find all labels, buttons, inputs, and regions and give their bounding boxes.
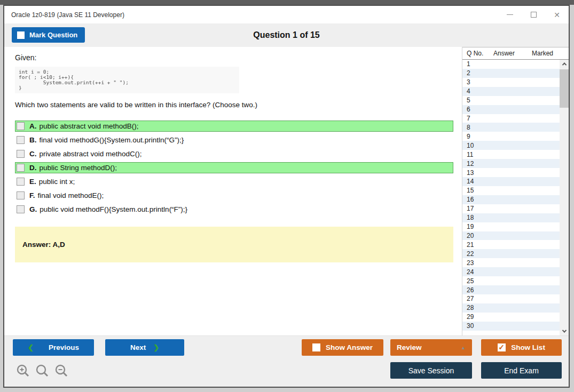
question-list-row-5[interactable]: 5 — [462, 96, 560, 105]
show-answer-button[interactable]: Show Answer — [302, 339, 383, 356]
question-list-row-10[interactable]: 10 — [462, 141, 560, 150]
option-row-f[interactable]: F.final void methodE(); — [15, 190, 453, 201]
qrow-number: 7 — [467, 115, 470, 122]
qrow-number: 21 — [467, 241, 474, 249]
option-checkbox[interactable] — [17, 205, 25, 213]
previous-button[interactable]: ❮ Previous — [13, 339, 94, 356]
mark-question-button[interactable]: Mark Question — [12, 27, 85, 43]
chevron-up-icon: ▲ — [461, 345, 466, 350]
question-list-row-2[interactable]: 2 — [462, 69, 560, 78]
question-list-row-6[interactable]: 6 — [462, 105, 560, 114]
question-list-row-19[interactable]: 19 — [462, 222, 560, 231]
question-list-row-14[interactable]: 14 — [462, 177, 560, 186]
question-list-row-25[interactable]: 25 — [462, 276, 560, 285]
previous-chevron-icon: ❮ — [28, 343, 34, 351]
option-checkbox[interactable] — [17, 164, 25, 172]
zoom-in-icon[interactable] — [16, 364, 30, 378]
question-list-row-11[interactable]: 11 — [462, 150, 560, 159]
qrow-number: 15 — [467, 187, 474, 194]
qrow-number: 19 — [467, 223, 474, 230]
question-list-row-7[interactable]: 7 — [462, 114, 560, 123]
show-answer-checkbox[interactable] — [312, 343, 320, 351]
option-row-a[interactable]: A.public abstract void methodB(); — [15, 121, 453, 132]
maximize-icon[interactable] — [522, 6, 545, 23]
save-session-button[interactable]: Save Session — [390, 362, 472, 379]
option-row-g[interactable]: G.public void methodF(){System.out.print… — [15, 204, 453, 215]
qrow-number: 6 — [467, 106, 470, 113]
option-checkbox[interactable] — [17, 178, 25, 186]
scrollbar-thumb[interactable] — [560, 69, 569, 108]
zoom-reset-icon[interactable] — [35, 364, 49, 378]
qrow-number: 10 — [467, 142, 474, 149]
question-list-row-29[interactable]: 29 — [462, 313, 560, 322]
question-list-row-21[interactable]: 21 — [462, 240, 560, 249]
question-prompt: Which two statements are valid to be wri… — [15, 101, 453, 109]
question-list-header: Q No. Answer Marked — [462, 47, 569, 60]
show-list-label: Show List — [511, 343, 545, 351]
qrow-number: 4 — [467, 87, 470, 95]
question-list-scrollbar[interactable] — [560, 60, 569, 335]
show-list-button[interactable]: Show List — [481, 339, 562, 356]
window-title: Oracle 1z0-819 (Java SE 11 Developer) — [11, 11, 124, 19]
question-list-row-9[interactable]: 9 — [462, 132, 560, 141]
option-checkbox[interactable] — [17, 191, 25, 199]
option-text: final void methodE(); — [38, 191, 104, 199]
question-list-row-27[interactable]: 27 — [462, 294, 560, 303]
question-list-row-20[interactable]: 20 — [462, 231, 560, 241]
question-list-row-4[interactable]: 4 — [462, 87, 560, 96]
end-exam-button[interactable]: End Exam — [481, 362, 562, 379]
options-list: A.public abstract void methodB();B.final… — [15, 121, 453, 215]
minimize-icon[interactable] — [498, 6, 522, 23]
option-letter: F. — [29, 191, 35, 199]
question-list-row-28[interactable]: 28 — [462, 303, 560, 313]
option-checkbox[interactable] — [17, 150, 25, 158]
qrow-number: 5 — [467, 97, 470, 104]
question-list-row-13[interactable]: 13 — [462, 168, 560, 177]
next-button[interactable]: Next ❯ — [105, 339, 184, 356]
option-checkbox[interactable] — [17, 136, 25, 144]
close-icon[interactable]: ✕ — [545, 6, 569, 23]
review-dropdown[interactable]: Review ▲ — [390, 339, 472, 356]
answer-box: Answer: A,D — [15, 227, 453, 262]
scroll-up-icon[interactable] — [560, 60, 569, 68]
option-text: public String methodD(); — [40, 164, 117, 172]
desktop-background-strip — [0, 0, 574, 5]
option-text: public abstract void methodB(); — [40, 122, 139, 130]
qrow-number: 23 — [467, 259, 474, 267]
qrow-number: 30 — [467, 322, 474, 330]
question-list-row-3[interactable]: 3 — [462, 78, 560, 87]
show-list-checkbox[interactable] — [498, 343, 506, 351]
qrow-number: 22 — [467, 250, 474, 258]
mark-question-checkbox[interactable] — [17, 31, 25, 39]
title-bar: Oracle 1z0-819 (Java SE 11 Developer) ✕ — [4, 6, 569, 23]
option-letter: C. — [29, 150, 37, 158]
mark-question-label: Mark Question — [29, 31, 77, 39]
question-list-row-30[interactable]: 30 — [462, 322, 560, 331]
question-list-row-18[interactable]: 18 — [462, 213, 560, 222]
option-letter: D. — [29, 164, 37, 172]
question-list-row-26[interactable]: 26 — [462, 285, 560, 294]
zoom-out-icon[interactable] — [54, 364, 68, 378]
question-list-row-1[interactable]: 1 — [462, 60, 560, 69]
question-list-row-24[interactable]: 24 — [462, 267, 560, 276]
question-list-row-12[interactable]: 12 — [462, 159, 560, 168]
option-row-d[interactable]: D.public String methodD(); — [15, 162, 453, 173]
option-checkbox[interactable] — [17, 122, 25, 130]
scroll-down-icon[interactable] — [560, 327, 569, 335]
question-list-row-16[interactable]: 16 — [462, 195, 560, 204]
question-list-row-22[interactable]: 22 — [462, 249, 560, 258]
column-header-qno: Q No. — [462, 50, 493, 57]
question-list-body: 1234567891011121314151617181920212223242… — [462, 60, 560, 335]
qrow-number: 8 — [467, 124, 470, 131]
question-counter: Question 1 of 15 — [253, 30, 319, 40]
question-list-row-23[interactable]: 23 — [462, 258, 560, 267]
question-list-row-15[interactable]: 15 — [462, 186, 560, 195]
next-chevron-icon: ❯ — [153, 343, 159, 351]
window-controls: ✕ — [498, 6, 569, 23]
qrow-number: 14 — [467, 178, 474, 185]
option-row-b[interactable]: B.final void methodG(){System.out.printl… — [15, 134, 453, 146]
option-row-c[interactable]: C.private abstract void methodC(); — [15, 148, 453, 159]
question-list-row-17[interactable]: 17 — [462, 204, 560, 213]
option-row-e[interactable]: E.public int x; — [15, 176, 453, 187]
question-list-row-8[interactable]: 8 — [462, 123, 560, 132]
